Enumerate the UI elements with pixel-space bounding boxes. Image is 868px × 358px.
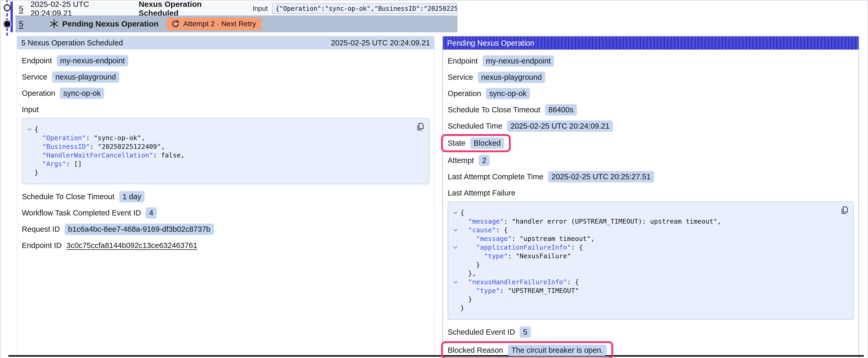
event-id-link[interactable]: 5 xyxy=(19,4,23,13)
field-label: Blocked Reason xyxy=(448,346,503,355)
field-label: Scheduled Event ID xyxy=(448,328,515,336)
blocked-reason-chip: The circuit breaker is open. xyxy=(508,345,607,356)
timeline-filled-circle-icon xyxy=(4,21,10,27)
field-label: Schedule To Close Timeout xyxy=(22,192,115,201)
scheduled-panel-title: 5 Nexus Operation Scheduled xyxy=(21,39,123,47)
field-label: Endpoint xyxy=(22,57,52,65)
scheduled-panel-body: Endpoint my-nexus-endpoint Service nexus… xyxy=(17,50,434,254)
chevron-down-icon[interactable] xyxy=(453,211,458,214)
field-value-chip: 2025-02-25 UTC 20:25:27.51 xyxy=(548,171,654,183)
field-value-chip: 5 xyxy=(520,326,531,338)
field-endpoint-id: Endpoint ID 3c0c75ccfa8144b092c13ce63246… xyxy=(22,237,430,254)
timeline-open-circle-icon xyxy=(4,4,11,11)
last-attempt-failure-label: Last Attempt Failure xyxy=(448,187,854,198)
retry-badge-label: Attempt 2 · Next Retry xyxy=(183,20,256,28)
copy-button[interactable] xyxy=(415,122,425,132)
code-line: "nexusHandlerFailureInfo": { xyxy=(450,278,838,286)
field-workflow-task-completed-event-id: Workflow Task Completed Event ID 4 xyxy=(22,205,430,221)
code-line: "Operation": "sync-op-ok", xyxy=(25,134,413,142)
timeline-group-bar xyxy=(10,2,13,32)
code-line: "cause": { xyxy=(450,226,838,234)
event-timestamp: 2025-02-25 UTC 20:24:09.21 xyxy=(30,0,131,18)
annotation-highlight-blocked-reason: Blocked Reason The circuit breaker is op… xyxy=(441,341,613,358)
code-line: "type": "NexusFailure" xyxy=(450,252,838,260)
code-line: } xyxy=(450,304,838,312)
bottom-divider xyxy=(8,355,864,357)
code-line: "type": "UPSTREAM_TIMEOUT" xyxy=(450,286,838,295)
field-label: Request ID xyxy=(22,225,60,234)
field-label: Operation xyxy=(22,89,55,98)
field-attempt: Attempt 2 xyxy=(448,152,854,168)
pending-panel-body: Endpoint my-nexus-endpoint Service nexus… xyxy=(443,50,859,358)
input-section-label: Input xyxy=(22,104,430,115)
pending-panel-header: Pending Nexus Operation xyxy=(443,36,859,50)
input-json-block: { "Operation": "sync-op-ok", "BusinessID… xyxy=(22,118,430,184)
field-label: Scheduled Time xyxy=(448,122,502,130)
field-scheduled-time: Scheduled Time 2025-02-25 UTC 20:24:09.2… xyxy=(448,118,854,134)
field-label: Workflow Task Completed Event ID xyxy=(22,209,141,217)
field-value-chip: b1c6a4bc-8ee7-468a-9169-df3b02c8737b xyxy=(65,224,214,235)
event-input-label: Input xyxy=(252,4,268,12)
code-line: "HandlerWaitForCancellation": false, xyxy=(25,151,413,160)
asterisk-icon xyxy=(50,20,59,28)
field-label: State xyxy=(448,139,466,148)
copy-button[interactable] xyxy=(840,206,849,215)
field-value-chip: nexus-playground xyxy=(478,72,546,83)
pending-operation-row[interactable]: 5 Pending Nexus Operation Attempt 2 · Ne… xyxy=(16,15,457,32)
field-state: State Blocked xyxy=(448,134,854,152)
field-value-chip: 2025-02-25 UTC 20:24:09.21 xyxy=(507,121,613,132)
field-operation: Operation sync-op-ok xyxy=(448,85,854,102)
copy-icon xyxy=(415,122,425,131)
code-line: "BusinessID": "20250225122409", xyxy=(25,142,413,151)
chevron-down-icon[interactable] xyxy=(453,229,458,231)
field-value-chip: my-nexus-endpoint xyxy=(57,55,128,66)
state-value-chip: Blocked xyxy=(470,137,504,149)
field-label: Operation xyxy=(448,89,481,98)
scheduled-event-panel: 5 Nexus Operation Scheduled 2025-02-25 U… xyxy=(17,36,435,358)
field-scheduled-event-id: Scheduled Event ID 5 xyxy=(448,324,854,340)
chevron-down-icon[interactable] xyxy=(453,281,458,284)
code-line: } xyxy=(25,168,413,177)
field-endpoint: Endpoint my-nexus-endpoint xyxy=(22,53,430,69)
field-service: Service nexus-playground xyxy=(448,69,854,85)
scheduled-panel-header: 5 Nexus Operation Scheduled 2025-02-25 U… xyxy=(17,36,434,50)
pending-title: Pending Nexus Operation xyxy=(62,20,159,28)
field-label: Service xyxy=(448,73,473,82)
field-value-chip: 1 day xyxy=(119,191,145,202)
copy-icon xyxy=(840,206,849,215)
event-row-nexus-operation-scheduled[interactable]: 5 2025-02-25 UTC 20:24:09.21 Nexus Opera… xyxy=(16,2,457,15)
field-value-chip: my-nexus-endpoint xyxy=(483,55,554,67)
field-value-chip: 4 xyxy=(146,207,157,219)
field-schedule-to-close-timeout: Schedule To Close Timeout 1 day xyxy=(22,189,430,205)
field-value-chip: 2 xyxy=(479,155,490,166)
field-label: Last Attempt Complete Time xyxy=(448,172,543,181)
event-history-view: 5 2025-02-25 UTC 20:24:09.21 Nexus Opera… xyxy=(0,0,868,358)
field-value-chip: nexus-playground xyxy=(52,71,120,83)
retry-status-badge: Attempt 2 · Next Retry xyxy=(166,18,261,30)
code-line: } xyxy=(450,260,838,269)
code-line: "message": "handler error (UPSTREAM_TIME… xyxy=(450,217,838,226)
code-line: { xyxy=(450,208,838,217)
pending-panel-title: Pending Nexus Operation xyxy=(447,39,534,47)
field-service: Service nexus-playground xyxy=(22,69,430,85)
endpoint-id-link[interactable]: 3c0c75ccfa8144b092c13ce632463761 xyxy=(66,241,197,250)
code-line: } xyxy=(450,295,838,304)
pending-id-link[interactable]: 5 xyxy=(19,20,23,28)
code-line: "applicationFailureInfo": { xyxy=(450,243,838,252)
chevron-down-icon[interactable] xyxy=(453,246,458,249)
field-label: Attempt xyxy=(448,156,474,165)
code-line: { xyxy=(25,125,413,134)
field-label: Endpoint xyxy=(448,57,478,65)
event-title: Nexus Operation Scheduled xyxy=(139,0,242,18)
pending-operation-panel: Pending Nexus Operation Endpoint my-nexu… xyxy=(442,36,859,358)
code-line: "message": "upstream timeout", xyxy=(450,234,838,243)
field-endpoint: Endpoint my-nexus-endpoint xyxy=(448,53,854,69)
field-label: Schedule To Close Timeout xyxy=(448,105,540,114)
retry-arrow-icon xyxy=(172,20,180,28)
event-input-preview-chip: {"Operation":"sync-op-ok","BusinessID":"… xyxy=(272,3,457,14)
field-operation: Operation sync-op-ok xyxy=(22,85,430,101)
field-value-chip: 86400s xyxy=(545,104,577,116)
annotation-highlight-state: State Blocked xyxy=(441,134,511,152)
field-last-attempt-complete-time: Last Attempt Complete Time 2025-02-25 UT… xyxy=(448,168,854,185)
chevron-down-icon[interactable] xyxy=(27,128,32,131)
